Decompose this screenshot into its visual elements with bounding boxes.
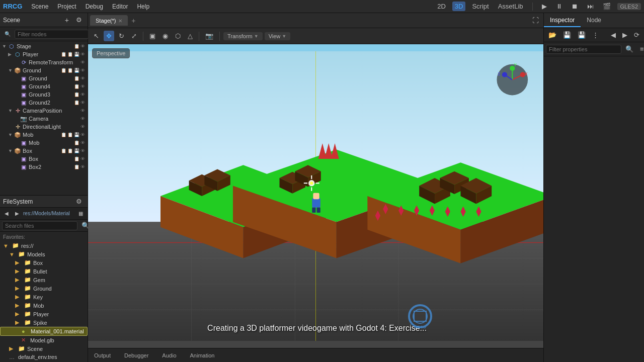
tree-item-ground[interactable]: ▣ Ground 📋👁 — [0, 74, 88, 82]
btn-movie[interactable]: 🎬 — [600, 2, 613, 11]
scene-search-input[interactable] — [15, 30, 90, 39]
svg-text:Y: Y — [514, 63, 517, 67]
tool-surface-snap[interactable]: ▣ — [147, 31, 158, 41]
svg-rect-51 — [312, 198, 320, 208]
menu-editor[interactable]: Editor — [108, 2, 132, 11]
tree-item-dirlight[interactable]: ✛ DirectionalLight 👁 — [0, 123, 88, 131]
output-tab-audio[interactable]: Audio — [159, 351, 179, 360]
inspector-save-as-btn[interactable]: 💾 — [575, 30, 588, 40]
output-tab-debugger[interactable]: Debugger — [121, 351, 151, 360]
btn-play[interactable]: ▶ — [539, 2, 549, 11]
tree-item-remotetransform[interactable]: ⟳ RemoteTransform 👁 — [0, 58, 88, 66]
fs-header: FileSystem ⚙ — [0, 196, 88, 208]
tree-item-camera[interactable]: 📷 Camera 👁 — [0, 115, 88, 123]
btn-2d[interactable]: 2D — [435, 2, 448, 11]
menu-debug[interactable]: Debug — [82, 2, 107, 11]
tree-item-box[interactable]: ▣ Box 📋👁 — [0, 155, 88, 163]
fs-search-input[interactable] — [2, 221, 77, 230]
menu-scene[interactable]: Scene — [27, 2, 52, 11]
btn-script[interactable]: Script — [469, 2, 491, 11]
btn-3d[interactable]: 3D — [452, 2, 466, 11]
menu-project[interactable]: Project — [53, 2, 80, 11]
fs-item-box[interactable]: ▶ 📁 Box — [0, 258, 88, 267]
output-tab-output[interactable]: Output — [91, 351, 114, 360]
tool-scale[interactable]: ⤢ — [129, 31, 139, 41]
btn-pause[interactable]: ⏸ — [553, 2, 565, 11]
fs-item-models[interactable]: ▼ 📁 Models — [0, 250, 88, 258]
toolbar-right: 2D 3D Script AssetLib ▶ ⏸ ⏹ ⏭ 🎬 GLES2 — [435, 2, 641, 11]
fs-forward-btn[interactable]: ▶ — [13, 210, 22, 217]
app-logo: RRCG — [3, 3, 22, 10]
inspector-options-btn[interactable]: ⋮ — [590, 30, 601, 40]
scene-filter-icon: 🔍 — [2, 30, 13, 38]
transform-dropdown[interactable]: Transform ▼ — [223, 32, 263, 40]
tree-item-ground2[interactable]: ▣ Ground2 📋👁 — [0, 99, 88, 107]
inspector-search-btn[interactable]: 🔍 — [623, 44, 636, 54]
tree-item-camerapos[interactable]: ▼ ✛ CameraPosition 👁 — [0, 107, 88, 115]
scene-search-bar: 🔍 🔍 — [0, 27, 88, 41]
inspector-history-btn[interactable]: ⟳ — [631, 30, 642, 40]
fs-item-mob-fs[interactable]: ▶ 📁 Mob — [0, 301, 88, 310]
btn-assetlib[interactable]: AssetLib — [496, 2, 526, 11]
inspector-save-btn[interactable]: 💾 — [560, 30, 574, 40]
tool-local-coords[interactable]: ◉ — [160, 31, 171, 41]
fs-title: FileSystem — [3, 198, 73, 205]
tool-move[interactable]: ✥ — [104, 31, 114, 41]
inspector-content — [544, 56, 644, 362]
inspector-back-btn[interactable]: ◀ — [608, 30, 618, 40]
inspector-forward-btn[interactable]: ▶ — [620, 30, 630, 40]
menu-help[interactable]: Help — [133, 2, 153, 11]
scene-panel-title: Scene — [3, 17, 60, 24]
inspector-open-btn[interactable]: 📂 — [546, 30, 559, 40]
tree-item-mob[interactable]: ▣ Mob 📋👁 — [0, 139, 88, 147]
tool-smart-snap[interactable]: ⬡ — [173, 31, 183, 41]
tool-select[interactable]: ↖ — [91, 31, 102, 41]
fs-view-btn[interactable]: ▦ — [76, 210, 86, 217]
inspector-tab-node[interactable]: Node — [581, 14, 607, 27]
fs-item-bullet[interactable]: ▶ 📁 Bullet — [0, 267, 88, 276]
inspector-filter-btn[interactable]: ≡ — [637, 44, 644, 54]
tab-add-btn[interactable]: + — [129, 17, 138, 25]
tab-stage[interactable]: Stage(*) ✕ — [90, 15, 128, 26]
fs-item-player-fs[interactable]: ▶ 📁 Player — [0, 310, 88, 318]
tree-item-mob-parent[interactable]: ▼ 📦 Mob 📋📋💾👁 — [0, 131, 88, 139]
tool-grid-snap[interactable]: △ — [185, 31, 195, 41]
fs-item-key[interactable]: ▶ 📁 Key — [0, 293, 88, 301]
fs-back-btn[interactable]: ◀ — [2, 210, 11, 217]
tree-item-ground-parent[interactable]: ▼ 📦 Ground 📋📋💾👁 — [0, 66, 88, 74]
tab-stage-close[interactable]: ✕ — [118, 18, 122, 24]
tool-rotate[interactable]: ↻ — [116, 31, 127, 41]
tool-camera[interactable]: 📷 — [203, 31, 216, 41]
fs-item-default-env[interactable]: … default_env.tres — [0, 353, 88, 361]
inspector-search-input[interactable] — [546, 45, 621, 54]
tree-item-box-parent[interactable]: ▼ 📦 Box 📋📋💾👁 — [0, 147, 88, 155]
fs-item-material[interactable]: ● Material_001.material — [0, 327, 88, 336]
fs-item-spike-fs[interactable]: ▶ 📁 Spike — [0, 318, 88, 327]
fs-search-bar: 🔍 ≡ — [0, 220, 88, 232]
view-dropdown[interactable]: View ▼ — [265, 32, 291, 40]
center-panel: Stage(*) ✕ + ⛶ ↖ ✥ ↻ ⤢ ▣ ◉ ⬡ △ 📷 Transfo… — [88, 13, 543, 362]
fs-item-scene-fs[interactable]: ▶ 📁 Scene — [0, 344, 88, 353]
tab-stage-label: Stage(*) — [96, 18, 116, 24]
scene-add-button[interactable]: + — [62, 15, 71, 25]
btn-step[interactable]: ⏭ — [585, 2, 596, 11]
fs-item-gem[interactable]: ▶ 📁 Gem — [0, 276, 88, 284]
fs-options-btn[interactable]: ⚙ — [73, 197, 85, 206]
btn-stop[interactable]: ⏹ — [569, 2, 581, 11]
left-panel: Scene + ⚙ 🔍 🔍 ▼ ⬡ Stage 📋👁 ▶ ⬡ Player � — [0, 13, 88, 362]
viewport-expand-btn[interactable]: ⛶ — [530, 16, 541, 25]
fs-item-res[interactable]: ▼ 📁 res:// — [0, 241, 88, 250]
tree-item-player[interactable]: ▶ ⬡ Player 📋📋💾👁 — [0, 50, 88, 58]
inspector-tabs-bar: Inspector Node — [544, 13, 644, 28]
scene-options-button[interactable]: ⚙ — [73, 15, 85, 25]
output-tab-animation[interactable]: Animation — [187, 351, 218, 360]
tree-item-box2[interactable]: ▣ Box2 📋👁 — [0, 163, 88, 171]
scene-tree: ▼ ⬡ Stage 📋👁 ▶ ⬡ Player 📋📋💾👁 ⟳ RemoteTra… — [0, 41, 88, 195]
view-label: View — [269, 33, 281, 39]
inspector-tab-inspector[interactable]: Inspector — [544, 14, 581, 27]
fs-item-modelglb[interactable]: ✕ Model.glb — [0, 336, 88, 344]
tree-item-stage[interactable]: ▼ ⬡ Stage 📋👁 — [0, 42, 88, 50]
tree-item-ground4[interactable]: ▣ Ground4 📋👁 — [0, 82, 88, 90]
tree-item-ground3[interactable]: ▣ Ground3 📋👁 — [0, 90, 88, 99]
fs-item-ground-fs[interactable]: ▶ 📁 Ground — [0, 284, 88, 293]
